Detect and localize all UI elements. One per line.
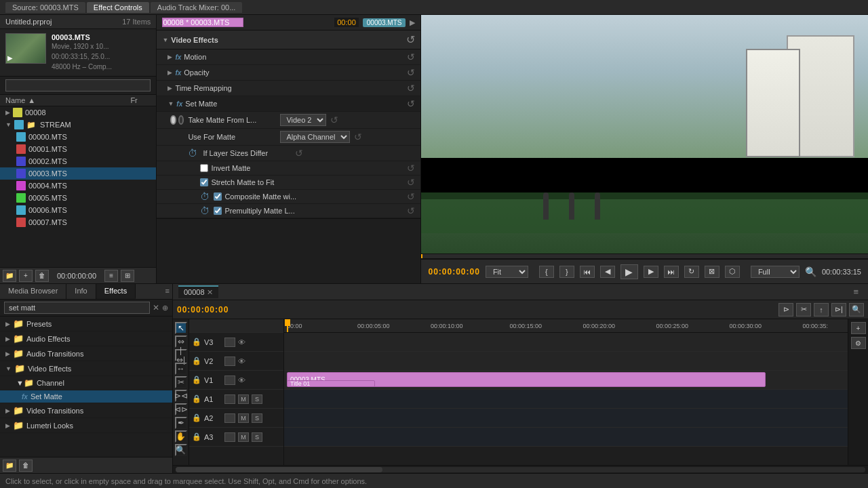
scrollbar-thumb[interactable] [176,467,382,472]
search-clear-icon[interactable]: ✕ [153,303,159,312]
take-matte-reset-icon[interactable]: ↺ [330,115,338,125]
track-visibility-icon[interactable]: 👁 [238,357,245,365]
list-item[interactable]: ▶ 00008 [0,106,156,119]
track-enable-button[interactable] [224,338,235,347]
track-enable-button[interactable] [224,357,235,366]
tab-source[interactable]: Source: 00003.MTS [5,2,85,13]
track-type-icon[interactable] [224,394,235,404]
lock-icon[interactable]: 🔒 [192,375,201,384]
slip-tool[interactable]: ⊳⊲ [175,390,187,402]
matte-circle-white[interactable] [170,115,176,125]
list-item[interactable]: 00002.MTS [0,155,156,167]
effects-category-lumetri-looks[interactable]: ▶ 📁 Lumetri Looks [0,418,172,433]
stretch-matte-checkbox[interactable] [200,178,208,186]
new-item-button[interactable]: + [19,270,33,282]
add-edit-button[interactable]: ✂ [796,303,811,317]
zoom-tool[interactable]: 🔍 [175,444,187,456]
if-layer-reset-icon[interactable]: ↺ [295,148,303,159]
track-visibility-icon[interactable]: 👁 [238,376,245,384]
video-effects-header[interactable]: ▼ Video Effects ↺ [157,30,420,49]
invert-matte-reset-icon[interactable]: ↺ [407,163,415,174]
go-to-in-button[interactable]: { [539,266,554,278]
effects-category-presets[interactable]: ▶ 📁 Presets [0,317,172,331]
premultiply-matte-checkbox[interactable] [214,207,222,215]
list-item[interactable]: 00006.MTS [0,204,156,216]
motion-reset-icon[interactable]: ↺ [407,52,415,62]
opacity-effect-row[interactable]: ▶ fx Opacity ↺ [157,65,420,81]
snap-button[interactable]: ⊳ [778,303,793,317]
solo-button[interactable]: S [252,413,262,423]
list-item[interactable]: 00001.MTS [0,143,156,155]
tab-effect-controls[interactable]: Effect Controls [87,2,149,13]
lock-icon[interactable]: 🔒 [192,338,201,346]
matte-circle-dark[interactable] [178,115,184,125]
tab-effects[interactable]: Effects [96,284,136,299]
clip-title-01[interactable]: Title 01 [287,380,375,387]
mute-button[interactable]: M [238,394,249,404]
lift-button[interactable]: ↑ [814,303,829,317]
preview-timeline-bar[interactable] [421,253,868,259]
mute-button[interactable]: M [238,432,249,442]
list-view-button[interactable]: ≡ [104,270,118,282]
list-item[interactable]: 00000.MTS [0,131,156,143]
delete-button[interactable]: 🗑 [35,270,49,282]
preview-quality-dropdown[interactable]: FullHalfQuarter [751,266,800,278]
effects-category-audio-effects[interactable]: ▶ 📁 Audio Effects [0,331,172,346]
export-button[interactable]: ⬡ [725,266,740,278]
composite-matte-checkbox[interactable] [214,192,222,201]
effects-sub-channel[interactable]: ▼ 📁 Channel [0,376,172,390]
lock-icon[interactable]: 🔒 [192,413,201,422]
new-bin-button[interactable]: 📁 [3,270,16,282]
slide-tool[interactable]: ⊲⊳ [175,403,187,415]
step-back-button[interactable]: ⏮ [580,266,595,278]
time-remapping-reset-icon[interactable]: ↺ [407,83,415,94]
frame-fwd-button[interactable]: ▶ [644,266,658,278]
premultiply-matte-reset-icon[interactable]: ↺ [407,205,415,216]
lock-icon[interactable]: 🔒 [192,357,201,365]
take-matte-dropdown[interactable]: Video 2 Video 1 Video 3 [280,114,326,126]
rolling-edit-tool[interactable]: |⇔| [175,349,187,361]
new-custom-bin-button[interactable]: 📁 [3,460,16,472]
effects-leaf-set-matte[interactable]: fx Set Matte [0,390,172,403]
new-custom-bin-icon[interactable]: ⊕ [162,304,168,312]
razor-tool[interactable]: ✂ [175,376,187,388]
ripple-delete-button[interactable]: ⊳| [831,303,846,317]
motion-effect-row[interactable]: ▶ fx Motion ↺ [157,49,420,65]
lock-icon[interactable]: 🔒 [192,432,201,441]
list-item[interactable]: 00007.MTS [0,216,156,228]
list-item[interactable]: 00004.MTS [0,180,156,192]
delete-effect-button[interactable]: 🗑 [19,460,33,472]
effects-category-video-effects[interactable]: ▼ 📁 Video Effects [0,361,172,376]
rate-stretch-tool[interactable]: ↔ [175,363,187,375]
time-remapping-effect-row[interactable]: ▶ Time Remapping ↺ [157,81,420,96]
preview-fit-dropdown[interactable]: Fit25%50%100% [486,266,528,278]
panel-menu-icon[interactable]: ≡ [163,284,172,299]
safe-margin-button[interactable]: ⊠ [705,266,719,278]
hand-tool[interactable]: ✋ [175,430,187,443]
effects-category-video-transitions[interactable]: ▶ 📁 Video Transitions [0,403,172,418]
invert-matte-checkbox[interactable] [200,164,208,172]
track-type-icon[interactable] [224,413,235,423]
track-type-icon[interactable] [224,432,235,442]
solo-button[interactable]: S [252,432,262,442]
close-sequence-icon[interactable]: ✕ [207,288,213,296]
set-matte-reset-icon[interactable]: ↺ [407,98,415,109]
track-enable-button[interactable] [224,375,235,385]
icon-view-button[interactable]: ⊞ [121,270,134,282]
timeline-menu-button[interactable]: ≡ [849,287,863,297]
timeline-scrollbar[interactable] [173,465,868,473]
timeline-sequence-tab[interactable]: 00008 ✕ [178,285,218,298]
zoom-icon[interactable]: 🔍 [805,266,816,277]
list-item[interactable]: ▼ 📁 STREAM [0,119,156,131]
loop-button[interactable]: ↻ [684,266,699,278]
project-search-input[interactable] [5,79,151,92]
frame-back-button[interactable]: ◀ [600,266,615,278]
pen-tool[interactable]: ✒ [175,417,187,429]
set-matte-effect-row[interactable]: ▼ fx Set Matte ↺ [157,96,420,112]
lock-icon[interactable]: 🔒 [192,394,201,403]
use-for-matte-reset-icon[interactable]: ↺ [354,131,362,142]
opacity-reset-icon[interactable]: ↺ [407,67,415,78]
play-button[interactable]: ▶ [620,264,638,279]
tab-info[interactable]: Info [66,284,96,299]
list-item[interactable]: 00005.MTS [0,192,156,204]
